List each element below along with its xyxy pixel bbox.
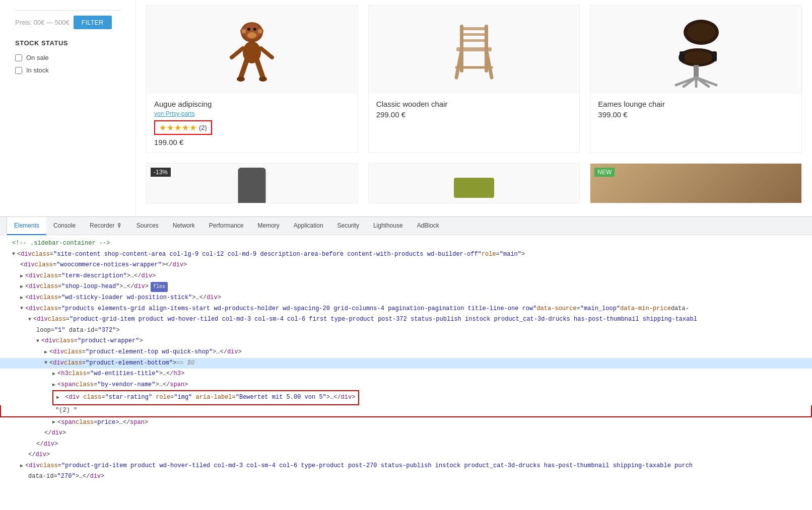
expand-arrow-9[interactable]: ▼ [44,358,47,368]
expand-arrow-4[interactable]: ▶ [20,294,23,303]
tab-application[interactable]: Application [287,217,330,235]
code-line-site-content[interactable]: ▼ <div class="site-content shop-content-… [0,249,812,260]
code-line-product-item-270[interactable]: ▶ <div class="product-grid-item product … [0,461,812,472]
expand-arrow-12[interactable]: ▶ [56,393,59,402]
code-line-comment: <!-- .sidebar-container --> [0,238,812,249]
svg-line-12 [232,48,243,57]
svg-rect-19 [460,39,488,42]
code-line-product-item[interactable]: ▼ <div class="product-grid-item product … [0,314,812,325]
product-title-3: Eames lounge chair [598,100,794,108]
code-line-vendor[interactable]: ▶ <span class="by-vendor-name">…</span> [0,380,812,391]
product-title-1: Augue adipiscing [154,100,350,108]
expand-arrow-10[interactable]: ▶ [52,370,55,379]
code-line-h3[interactable]: ▶ <h3 class="wd-entities-title">…</h3> [0,369,812,380]
code-line-notices[interactable]: <div class="woocommerce-notices-wrapper"… [0,260,812,271]
sidebar: Preis: 00€ — 500€ FILTER STOCK STATUS On… [0,0,136,216]
expand-arrow-8[interactable]: ▶ [44,348,47,357]
svg-rect-31 [694,65,699,78]
code-line-shop-head[interactable]: ▶ <div class="shop-loop-head">…</div> fl… [0,281,812,293]
tab-recorder[interactable]: Recorder 🎙 [83,217,129,235]
tab-console[interactable]: Console [46,217,83,235]
code-line-sticky[interactable]: ▶ <div class="wd-sticky-loader wd-positi… [0,293,812,304]
expand-arrow-11[interactable]: ▶ [52,381,55,390]
eames-chair-svg [663,12,729,88]
code-line-term-desc[interactable]: ▶ <div class="term-description">…</div> [0,271,812,282]
svg-point-2 [247,32,256,38]
svg-line-22 [456,51,461,78]
code-line-loop: loop="1" data-id="372"> [0,325,812,336]
expand-arrow-5[interactable]: ▼ [20,304,23,313]
tab-sources[interactable]: Sources [129,217,166,235]
svg-rect-30 [712,51,717,61]
code-line-close-grid-item: </div> [0,450,812,461]
product-card-6: NEW [590,163,802,203]
vendor-name-1[interactable]: von Prtsy-parts [154,110,350,117]
products-row2: -13% NEW [146,163,802,203]
svg-rect-17 [460,27,488,30]
svg-point-8 [253,28,256,31]
in-stock-checkbox[interactable] [15,67,22,74]
tab-elements[interactable]: Elements [7,217,46,235]
product-price-1: 199.00 € [154,138,350,147]
product-title-2: Classic wooden chair [376,100,572,108]
devtools-panel: Elements Console Recorder 🎙 Sources Netw… [0,216,812,510]
in-stock-checkbox-item: In stock [15,66,120,74]
devtools-code-panel[interactable]: <!-- .sidebar-container --> ▼ <div class… [0,235,812,510]
wooden-chair-svg [449,12,499,88]
code-line-price[interactable]: ▶ <span class= price >…</span> [0,417,812,428]
tab-security[interactable]: Security [330,217,366,235]
expand-arrow[interactable]: ▼ [12,250,15,259]
stars-1: ★★★★★ [159,123,197,132]
code-line-close-bottom: </div> [0,428,812,439]
expand-arrow-7[interactable]: ▼ [36,337,39,346]
svg-rect-18 [460,33,488,36]
review-count-1: (2) [199,124,207,131]
svg-point-28 [683,51,713,64]
tab-performance[interactable]: Performance [202,217,251,235]
price-filter-bar: Preis: 00€ — 500€ FILTER [15,10,120,29]
filter-button[interactable]: FILTER [74,16,112,29]
product-info-2: Classic wooden chair 299.00 € [369,94,580,125]
products-grid: Augue adipiscing von Prtsy-parts ★★★★★ (… [146,5,802,153]
product-price-2: 299.00 € [376,110,572,119]
product-card-1: Augue adipiscing von Prtsy-parts ★★★★★ (… [146,5,358,153]
expand-arrow-13[interactable]: ▶ [52,418,55,427]
code-line-dataid-270: data-id="270">…</div> [0,471,812,482]
svg-line-10 [241,60,247,78]
on-sale-checkbox-item: On sale [15,54,120,61]
new-badge: NEW [594,168,615,177]
discount-badge: -13% [151,168,171,177]
svg-rect-29 [680,51,685,61]
strap-image [454,178,494,198]
code-line-elem-top[interactable]: ▶ <div class="product-element-top wd-qui… [0,347,812,358]
code-line-star-rating[interactable]: ▶ <div class="star-rating" role="img" ar… [0,390,812,405]
red-highlight-box: ▶ <div class="star-rating" role="img" ar… [52,390,359,405]
expand-arrow-14[interactable]: ▶ [20,462,23,471]
on-sale-checkbox[interactable] [15,54,22,61]
product-image-1 [147,6,358,94]
expand-arrow-2[interactable]: ▶ [20,272,23,281]
on-sale-label: On sale [26,54,49,61]
products-area: Augue adipiscing von Prtsy-parts ★★★★★ (… [136,0,812,216]
phone-image [238,168,266,203]
expand-arrow-6[interactable]: ▼ [28,315,31,324]
code-line-products-grid[interactable]: ▼ <div class="products elements-grid ali… [0,304,812,315]
svg-point-5 [242,29,246,33]
code-line-elem-bottom[interactable]: ▼ <div class="product-element-bottom"> =… [0,358,812,369]
svg-line-23 [487,51,492,78]
code-line-product-wrapper[interactable]: ▼ <div class="product-wrapper"> [0,336,812,347]
expand-arrow-3[interactable]: ▶ [20,282,23,292]
product-card-2: Classic wooden chair 299.00 € [368,5,580,153]
svg-point-15 [259,77,267,82]
svg-point-7 [247,28,250,31]
stock-status-title: STOCK STATUS [15,39,120,47]
product-card-3: Eames lounge chair 399.00 € [590,5,802,153]
tab-memory[interactable]: Memory [251,217,287,235]
product-info-3: Eames lounge chair 399.00 € [590,94,801,125]
tab-lighthouse[interactable]: Lighthouse [366,217,410,235]
product-price-3: 399.00 € [598,110,794,119]
svg-line-13 [261,48,272,57]
tab-adblock[interactable]: AdBlock [410,217,446,235]
tab-network[interactable]: Network [166,217,202,235]
svg-point-6 [258,29,262,33]
